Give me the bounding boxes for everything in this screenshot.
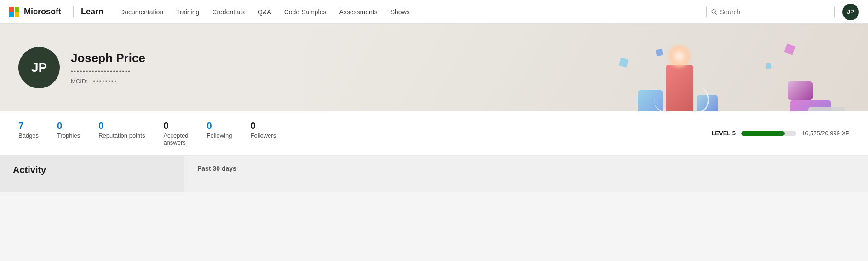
- xp-bar-fill: [741, 131, 785, 136]
- illustration: [583, 31, 840, 111]
- activity-title: Activity: [13, 165, 171, 175]
- nav-documentation[interactable]: Documentation: [115, 6, 169, 18]
- badges-label: Badges: [18, 132, 39, 139]
- learn-link[interactable]: Learn: [81, 7, 103, 17]
- profile-name: Joseph Price: [71, 51, 145, 65]
- level-section: LEVEL 5 16,575/20,999 XP: [711, 130, 850, 137]
- nav-assessments[interactable]: Assessments: [334, 6, 383, 18]
- stats-bar: 7 Badges 0 Trophies 0 Reputation points …: [0, 111, 868, 156]
- mcid-value: ••••••••: [93, 78, 117, 85]
- followers-number: 0: [251, 121, 276, 131]
- nav-divider: [73, 6, 74, 17]
- microsoft-logo[interactable]: Microsoft: [9, 7, 61, 17]
- following-label: Following: [207, 132, 232, 139]
- logo-square-red: [9, 7, 14, 12]
- stats-items: 7 Badges 0 Trophies 0 Reputation points …: [18, 121, 711, 146]
- logo-square-blue: [9, 12, 14, 17]
- profile-info: Joseph Price •••••••••••••••••••• MCID: …: [71, 51, 145, 85]
- search-icon: [711, 9, 717, 15]
- profile-email: ••••••••••••••••••••: [71, 68, 145, 75]
- user-avatar[interactable]: JP: [842, 4, 859, 20]
- reputation-number: 0: [98, 121, 145, 131]
- profile-mcid: MCID: ••••••••: [71, 78, 145, 85]
- logo-square-yellow: [15, 12, 19, 17]
- email-text: ••••••••••••••••••••: [71, 68, 131, 75]
- stat-reputation[interactable]: 0 Reputation points: [98, 121, 145, 146]
- nav-training[interactable]: Training: [171, 6, 205, 18]
- search-input[interactable]: [720, 8, 830, 16]
- following-number: 0: [207, 121, 232, 131]
- followers-label: Followers: [251, 132, 276, 139]
- stat-accepted-answers[interactable]: 0 Acceptedanswers: [163, 121, 188, 146]
- profile-banner: JP Joseph Price •••••••••••••••••••• MCI…: [0, 24, 868, 111]
- navbar: Microsoft Learn Documentation Training C…: [0, 0, 868, 24]
- search-box[interactable]: [706, 6, 835, 18]
- level-label: LEVEL 5: [711, 130, 736, 137]
- stat-trophies[interactable]: 0 Trophies: [57, 121, 80, 146]
- profile-content: JP Joseph Price •••••••••••••••••••• MCI…: [18, 47, 145, 88]
- profile-avatar: JP: [18, 47, 60, 88]
- stat-followers[interactable]: 0 Followers: [251, 121, 276, 146]
- trophies-number: 0: [57, 121, 80, 131]
- xp-text: 16,575/20,999 XP: [802, 130, 850, 137]
- past-30-panel: Past 30 days: [184, 156, 868, 192]
- bottom-section: Activity Past 30 days: [0, 156, 868, 192]
- logo-squares: [9, 7, 19, 17]
- accepted-answers-number: 0: [163, 121, 188, 131]
- nav-qa[interactable]: Q&A: [252, 6, 277, 18]
- past-30-title: Past 30 days: [197, 165, 855, 172]
- nav-shows[interactable]: Shows: [385, 6, 415, 18]
- stat-badges[interactable]: 7 Badges: [18, 121, 39, 146]
- brand-name: Microsoft: [24, 7, 61, 17]
- svg-point-0: [712, 9, 715, 13]
- nav-links: Documentation Training Credentials Q&A C…: [115, 6, 706, 18]
- trophies-label: Trophies: [57, 132, 80, 139]
- reputation-label: Reputation points: [98, 132, 145, 139]
- svg-line-1: [715, 13, 717, 15]
- nav-credentials[interactable]: Credentials: [207, 6, 250, 18]
- xp-bar: [741, 131, 796, 136]
- accepted-answers-label: Acceptedanswers: [163, 132, 188, 146]
- badges-number: 7: [18, 121, 39, 131]
- logo-square-green: [15, 7, 19, 12]
- activity-panel: Activity: [0, 156, 184, 192]
- stat-following[interactable]: 0 Following: [207, 121, 232, 146]
- mcid-label: MCID:: [71, 78, 88, 85]
- nav-code-samples[interactable]: Code Samples: [279, 6, 332, 18]
